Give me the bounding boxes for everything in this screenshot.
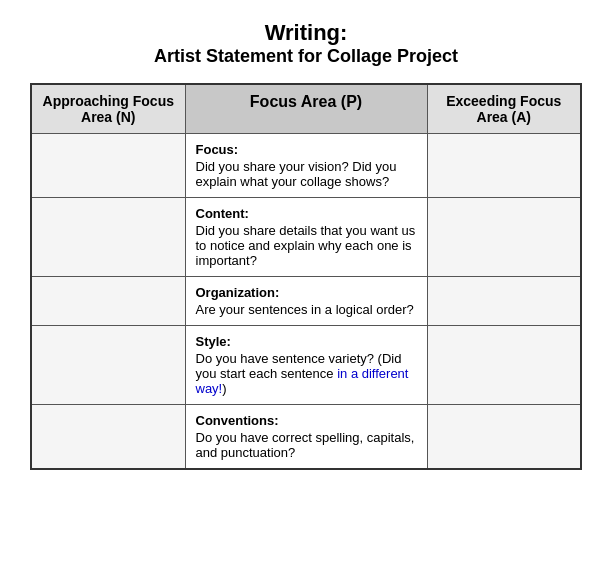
table-row: Focus: Did you share your vision? Did yo… — [31, 134, 581, 198]
header-focus: Focus Area (P) — [185, 84, 427, 134]
criteria-text-organization: Are your sentences in a logical order? — [196, 302, 414, 317]
table-row: Conventions: Do you have correct spellin… — [31, 405, 581, 470]
criteria-label-style: Style: — [196, 334, 417, 349]
cell-focus-conventions: Conventions: Do you have correct spellin… — [185, 405, 427, 470]
criteria-text-conventions: Do you have correct spelling, capitals, … — [196, 430, 415, 460]
header-approaching: Approaching Focus Area (N) — [31, 84, 185, 134]
cell-focus-style: Style: Do you have sentence variety? (Di… — [185, 326, 427, 405]
criteria-label-focus: Focus: — [196, 142, 417, 157]
cell-approaching-content — [31, 198, 185, 277]
cell-exceeding-content — [427, 198, 581, 277]
page-title: Writing: Artist Statement for Collage Pr… — [154, 20, 458, 67]
cell-approaching-conventions — [31, 405, 185, 470]
table-row: Style: Do you have sentence variety? (Di… — [31, 326, 581, 405]
table-row: Content: Did you share details that you … — [31, 198, 581, 277]
cell-approaching-style — [31, 326, 185, 405]
cell-approaching-organization — [31, 277, 185, 326]
style-highlight: in a different way! — [196, 366, 409, 396]
cell-exceeding-conventions — [427, 405, 581, 470]
criteria-label-conventions: Conventions: — [196, 413, 417, 428]
header-exceeding: Exceeding Focus Area (A) — [427, 84, 581, 134]
criteria-label-organization: Organization: — [196, 285, 417, 300]
cell-exceeding-organization — [427, 277, 581, 326]
cell-focus-content: Content: Did you share details that you … — [185, 198, 427, 277]
criteria-label-content: Content: — [196, 206, 417, 221]
title-line1: Writing: — [154, 20, 458, 46]
cell-exceeding-focus — [427, 134, 581, 198]
criteria-text-focus: Did you share your vision? Did you expla… — [196, 159, 397, 189]
cell-exceeding-style — [427, 326, 581, 405]
criteria-text-content: Did you share details that you want us t… — [196, 223, 416, 268]
cell-approaching-focus — [31, 134, 185, 198]
cell-focus-organization: Organization: Are your sentences in a lo… — [185, 277, 427, 326]
title-line2: Artist Statement for Collage Project — [154, 46, 458, 67]
cell-focus-focus: Focus: Did you share your vision? Did yo… — [185, 134, 427, 198]
table-row: Organization: Are your sentences in a lo… — [31, 277, 581, 326]
criteria-text-style: Do you have sentence variety? (Did you s… — [196, 351, 409, 396]
rubric-table: Approaching Focus Area (N) Focus Area (P… — [30, 83, 582, 470]
